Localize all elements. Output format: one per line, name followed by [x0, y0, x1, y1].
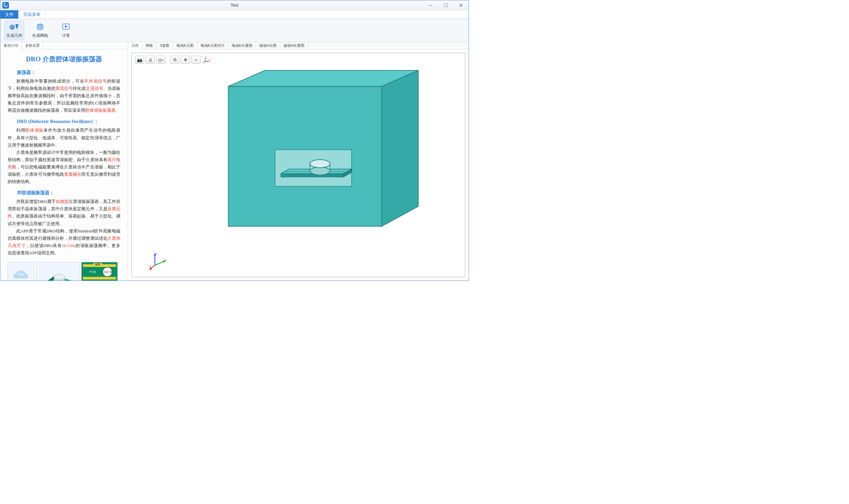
doc-image-port: 馈电端口 [7, 262, 34, 281]
ribbon-generate-geometry[interactable]: 生成几何 [4, 21, 24, 40]
svg-line-52 [155, 261, 164, 265]
view-tab-geometry[interactable]: 几何 [128, 42, 142, 49]
doc-area: DRO 介质腔体谐振振荡器 振荡器： 射频电路中重要的组成部分，可在不外加信号的… [0, 49, 128, 281]
ribbon-compute[interactable]: 计算 [56, 21, 76, 40]
doc-title: DRO 介质腔体谐振振荡器 [7, 55, 120, 64]
svg-rect-21 [83, 277, 116, 280]
para-2: 利用腔体谐振来作为放大器自激而产生信号的电路器件，具有小型化、低成本、可靠性高、… [7, 127, 120, 148]
ribbon-generate-mesh[interactable]: 生成网格 [30, 21, 50, 40]
svg-text:电介质: 电介质 [104, 271, 112, 273]
view-tab-hfield-vector[interactable]: 磁场H矢量图 [280, 42, 308, 49]
svg-marker-38 [382, 70, 418, 226]
svg-point-0 [10, 24, 15, 30]
view-tab-mesh[interactable]: 网格 [142, 42, 157, 49]
para-1: 射频电路中重要的组成部分，可在不外加信号的前提下，利用自身电路自激把直流信号转化… [7, 77, 120, 114]
geometry-icon [9, 22, 20, 32]
svg-text:x: x [149, 265, 151, 268]
svg-marker-42 [281, 174, 343, 177]
para-3: 介质块是频率源设计中常使用的电路模块，一般为圆柱形结构，类似于圆柱形波导谐振腔。… [7, 149, 120, 185]
minimize-button[interactable]: ─ [423, 0, 438, 10]
left-panel: 案例介绍 参数设置 DRO 介质腔体谐振振荡器 振荡器： 射频电路中重要的组成部… [0, 42, 128, 281]
compute-icon [61, 22, 71, 32]
svg-text:y: y [165, 258, 166, 262]
menu-file[interactable]: 文件 [0, 10, 19, 19]
doc-images: 馈电端口 PCB电介质顶层 基层 [7, 262, 120, 281]
app-icon [2, 2, 9, 8]
heading-dro: DRO (Dielectric Resonator Oscillator) ： [7, 119, 120, 125]
menu-tabs: 文件 页面菜单 [0, 10, 469, 19]
tab-param-settings[interactable]: 参数设置 [22, 42, 43, 49]
svg-point-18 [54, 274, 65, 280]
para-5: 此APP基于常规DRO结构，使用Simdroid软件高频电磁仿真模块对其进行建模… [7, 228, 120, 257]
scene-3d [132, 53, 465, 280]
view-tab-efield-cloud[interactable]: 电场E云图 [173, 42, 197, 49]
heading-oscillator: 振荡器： [7, 70, 120, 76]
axis-gizmo: z y x [148, 252, 168, 271]
svg-point-49 [310, 160, 330, 168]
svg-line-54 [150, 265, 155, 269]
view-tab-hfield-cloud[interactable]: 磁场H云图 [256, 42, 280, 49]
para-4: 并联反馈型DRO属于自稳型介质谐振振荡器，其工作原理类似于晶体振荡器，其中介质块… [7, 198, 120, 227]
mesh-icon [35, 22, 46, 32]
right-panel: 几何 网格 S参数 电场E云图 电场E云图切片 电场E矢量图 磁场H云图 磁场H… [128, 42, 469, 281]
view-tab-efield-vector[interactable]: 电场E矢量图 [229, 42, 256, 49]
svg-rect-12 [17, 273, 25, 276]
doc-image-pcb: PCB电介质顶层 [81, 262, 118, 281]
svg-text:PCB: PCB [90, 270, 96, 273]
tab-case-intro[interactable]: 案例介绍 [0, 42, 22, 49]
svg-text:顶层: 顶层 [95, 263, 100, 266]
ribbon: 生成几何 生成网格 计算 [0, 19, 469, 42]
view-tab-efield-slice[interactable]: 电场E云图切片 [197, 42, 229, 49]
menu-page[interactable]: 页面菜单 [19, 10, 46, 19]
view-tab-sparam[interactable]: S参数 [157, 42, 173, 49]
close-button[interactable]: ✕ [453, 0, 469, 10]
svg-point-48 [310, 167, 330, 175]
svg-marker-1 [15, 24, 19, 30]
maximize-button[interactable]: ☐ [438, 0, 453, 10]
viewport-3d[interactable]: 📷 🖨 ◎▾ ⧉ ✥ ✧ xy [131, 53, 465, 277]
svg-marker-9 [65, 25, 68, 28]
heading-parallel: 并联谐振振荡器： [7, 190, 120, 196]
window-title: Test [231, 3, 238, 7]
svg-text:z: z [156, 252, 157, 255]
titlebar: Test ─ ☐ ✕ [0, 0, 469, 10]
doc-image-3d [36, 262, 79, 281]
